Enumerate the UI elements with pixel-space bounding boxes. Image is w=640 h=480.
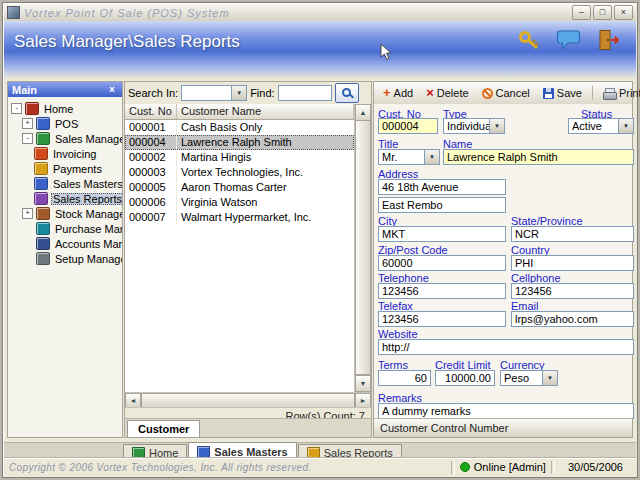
dropdown-arrow-icon[interactable]: ▼: [231, 86, 246, 100]
cell-cust-no: 000006: [125, 195, 177, 210]
scrollbar-thumb[interactable]: [355, 121, 371, 375]
telefax-input[interactable]: [378, 311, 506, 327]
website-input[interactable]: [378, 339, 634, 355]
save-button[interactable]: Save: [537, 85, 588, 101]
sidebar-item-pos[interactable]: + POS: [9, 116, 121, 131]
tree-expander-icon[interactable]: -: [11, 103, 22, 114]
table-row[interactable]: 000002 Martina Hingis: [125, 150, 354, 165]
sidebar-title: Main: [12, 84, 37, 96]
scroll-down-icon[interactable]: ▼: [355, 375, 371, 392]
table-row[interactable]: 000003 Vortex Technologies, Inc.: [125, 165, 354, 180]
close-button[interactable]: ×: [614, 5, 633, 20]
search-in-label: Search In:: [128, 87, 178, 99]
scroll-up-icon[interactable]: ▲: [355, 104, 371, 121]
vertical-scrollbar[interactable]: ▲ ▼: [354, 104, 371, 392]
type-select[interactable]: Individual ▼: [443, 118, 505, 134]
dropdown-arrow-icon[interactable]: ▼: [489, 119, 504, 133]
customer-control-number-label: Customer Control Number: [380, 422, 508, 434]
dropdown-arrow-icon[interactable]: ▼: [424, 150, 439, 164]
sidebar-item-label: Purchase Manager: [53, 223, 123, 235]
title-select[interactable]: Mr. ▼: [378, 149, 440, 165]
address-line1-input[interactable]: [378, 179, 506, 195]
dropdown-arrow-icon[interactable]: ▼: [542, 371, 557, 385]
country-input[interactable]: [511, 255, 634, 271]
sales-manager-icon: [36, 132, 50, 145]
online-status: Online [Admin]: [460, 461, 546, 473]
column-header-customer-name[interactable]: Customer Name: [177, 104, 354, 119]
address-line2-input[interactable]: [378, 197, 506, 213]
terms-input[interactable]: [378, 370, 431, 386]
city-input[interactable]: [378, 226, 506, 242]
email-input[interactable]: [511, 311, 634, 327]
sidebar: Main × - Home + POS - Sales Manager: [7, 81, 123, 438]
tab-customer[interactable]: Customer: [127, 420, 200, 437]
cellphone-input[interactable]: [511, 283, 634, 299]
tree-expander-icon[interactable]: +: [22, 118, 33, 129]
state-input[interactable]: [511, 226, 634, 242]
add-button[interactable]: + Add: [377, 85, 419, 101]
cancel-button[interactable]: Cancel: [476, 85, 536, 101]
sidebar-item-invoicing[interactable]: Invoicing: [9, 146, 121, 161]
exit-icon[interactable]: [596, 28, 622, 52]
tab-label: Sales Masters: [214, 446, 287, 458]
table-row[interactable]: 000001 Cash Basis Only: [125, 120, 354, 135]
add-button-label: Add: [394, 87, 414, 99]
cell-cust-no: 000005: [125, 180, 177, 195]
sidebar-item-label: Payments: [51, 163, 104, 175]
find-input[interactable]: [278, 85, 332, 101]
search-in-select[interactable]: ▼: [181, 85, 247, 101]
sidebar-item-payments[interactable]: Payments: [9, 161, 121, 176]
dropdown-arrow-icon[interactable]: ▼: [618, 119, 633, 133]
type-value: Individual: [444, 119, 489, 133]
table-header[interactable]: Cust. No Customer Name: [125, 104, 354, 120]
main-window: Vortex Point Of Sale (POS) System – □ × …: [2, 2, 638, 478]
credit-limit-input[interactable]: [435, 370, 495, 386]
sidebar-close-icon[interactable]: ×: [106, 84, 118, 95]
search-bar: Search In: ▼ Find:: [125, 82, 371, 105]
scrollbar-thumb[interactable]: [141, 393, 355, 408]
customer-control-number-section[interactable]: Customer Control Number: [374, 418, 632, 437]
cust-no-input[interactable]: [378, 118, 438, 134]
name-input[interactable]: [443, 149, 634, 165]
tree-expander-icon[interactable]: +: [22, 208, 33, 219]
sidebar-item-home[interactable]: - Home: [9, 101, 121, 116]
sidebar-item-sales-masters[interactable]: Sales Masters: [9, 176, 121, 191]
scroll-right-icon[interactable]: ►: [355, 393, 371, 408]
cell-customer-name: Lawrence Ralph Smith: [177, 135, 354, 150]
horizontal-scrollbar[interactable]: ◄ ►: [125, 392, 371, 408]
table-row[interactable]: 000007 Walmart Hypermarket, Inc.: [125, 210, 354, 225]
sidebar-item-purchase-manager[interactable]: Purchase Manager: [9, 221, 121, 236]
table-row[interactable]: 000006 Virginia Watson: [125, 195, 354, 210]
table-row[interactable]: 000005 Aaron Thomas Carter: [125, 180, 354, 195]
sales-masters-icon: [34, 177, 48, 190]
column-header-cust-no[interactable]: Cust. No: [125, 104, 177, 119]
table-row-selected[interactable]: 000004 Lawrence Ralph Smith: [125, 135, 354, 150]
sales-masters-tab-icon: [197, 446, 210, 458]
telephone-input[interactable]: [378, 283, 506, 299]
print-button[interactable]: Print: [597, 85, 640, 101]
remarks-input[interactable]: [378, 403, 634, 419]
sidebar-header: Main ×: [8, 82, 122, 97]
scroll-left-icon[interactable]: ◄: [125, 393, 141, 408]
cell-cust-no: 000002: [125, 150, 177, 165]
search-button[interactable]: [335, 83, 359, 103]
sidebar-item-accounts-manager[interactable]: Accounts Manager: [9, 236, 121, 251]
zip-input[interactable]: [378, 255, 506, 271]
messages-icon[interactable]: [556, 28, 582, 52]
delete-button[interactable]: × Delete: [420, 85, 474, 101]
sidebar-item-setup-manager[interactable]: Setup Manager: [9, 251, 121, 266]
list-tab-strip: Customer: [125, 418, 371, 437]
sidebar-item-sales-manager[interactable]: - Sales Manager: [9, 131, 121, 146]
currency-select[interactable]: Peso ▼: [500, 370, 558, 386]
titlebar[interactable]: Vortex Point Of Sale (POS) System – □ ×: [4, 4, 636, 22]
sidebar-item-stock-manager[interactable]: + Stock Manager: [9, 206, 121, 221]
sidebar-item-sales-reports[interactable]: Sales Reports: [9, 191, 121, 206]
status-value: Active: [569, 119, 618, 133]
key-icon[interactable]: [516, 28, 542, 52]
maximize-button[interactable]: □: [593, 5, 612, 20]
print-icon: [603, 88, 616, 99]
tree-expander-icon[interactable]: -: [22, 133, 33, 144]
status-select[interactable]: Active ▼: [568, 118, 634, 134]
app-icon: [7, 6, 20, 19]
minimize-button[interactable]: –: [572, 5, 591, 20]
